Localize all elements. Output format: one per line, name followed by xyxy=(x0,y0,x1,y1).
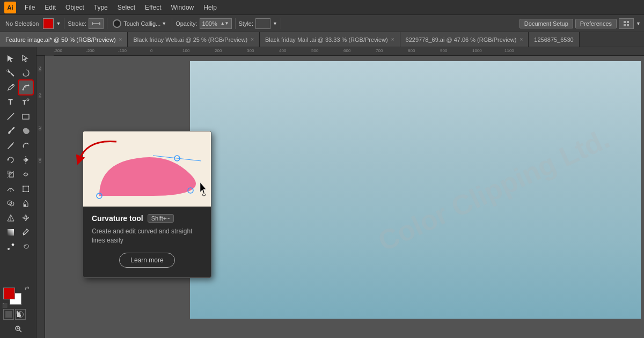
fill-swatch[interactable] xyxy=(43,18,54,29)
divider-1 xyxy=(64,18,64,29)
close-tab-1[interactable]: × xyxy=(119,36,122,42)
menu-type[interactable]: Type xyxy=(90,3,112,12)
divider-2 xyxy=(107,18,107,29)
foreground-color-swatch[interactable] xyxy=(3,288,15,299)
reflect-tool[interactable] xyxy=(19,153,33,167)
divider-4 xyxy=(235,18,236,29)
svg-rect-35 xyxy=(24,204,26,207)
illustrator-logo: Ai xyxy=(4,2,16,13)
learn-more-button[interactable]: Learn more xyxy=(119,253,174,268)
brush-icon xyxy=(113,19,121,28)
svg-marker-20 xyxy=(7,158,9,160)
canvas-content[interactable]: Color Clipping Ltd. xyxy=(45,56,644,338)
svg-rect-24 xyxy=(9,173,13,177)
menu-effect[interactable]: Effect xyxy=(141,3,165,12)
paintbrush-tool[interactable] xyxy=(4,124,18,138)
tabs-bar: Feature image.ai* @ 50 % (RGB/Preview) ×… xyxy=(0,32,644,47)
opacity-value[interactable]: 100% ▲▼ xyxy=(200,18,232,29)
swap-colors-icon[interactable]: ⇄ xyxy=(25,285,29,291)
style-picker[interactable] xyxy=(255,18,270,29)
fill-arrow[interactable]: ▼ xyxy=(56,21,61,26)
svg-rect-37 xyxy=(8,229,14,236)
close-tab-2[interactable]: × xyxy=(251,36,254,42)
menu-help[interactable]: Help xyxy=(199,3,221,12)
free-transform-tool[interactable] xyxy=(19,182,33,196)
svg-rect-29 xyxy=(23,186,24,187)
arrange-button[interactable] xyxy=(619,18,634,29)
tooltip-preview xyxy=(83,131,211,207)
vertical-ruler: 50 60 70 80 xyxy=(36,56,45,338)
perspective-grid-tool[interactable] xyxy=(4,211,18,225)
options-toolbar: No Selection ▼ Stroke: Touch Callig... ▼… xyxy=(0,15,644,32)
svg-rect-6 xyxy=(627,24,629,26)
blend-tool[interactable] xyxy=(4,240,18,254)
menu-select[interactable]: Select xyxy=(113,3,140,12)
tooltip-body: Curvature tool Shift+~ Create and edit c… xyxy=(83,207,211,277)
tab-1256875[interactable]: 1256875_6530 xyxy=(529,32,579,47)
zoom-tool[interactable] xyxy=(11,322,25,336)
tooltip-preview-svg xyxy=(83,131,211,207)
svg-text:T: T xyxy=(23,99,26,106)
menu-edit[interactable]: Edit xyxy=(40,3,60,12)
style-arrow[interactable]: ▼ xyxy=(273,21,277,26)
magic-wand-tool[interactable] xyxy=(4,66,18,80)
preferences-button[interactable]: Preferences xyxy=(575,19,617,28)
lasso-tool[interactable] xyxy=(19,66,33,80)
arrange-arrow[interactable]: ▼ xyxy=(636,21,641,26)
direct-selection-tool[interactable] xyxy=(19,52,33,65)
tooltip-title-row: Curvature tool Shift+~ xyxy=(92,214,202,223)
hand-tool[interactable] xyxy=(11,307,25,321)
selection-tool[interactable] xyxy=(4,52,18,65)
eyedropper-tool[interactable] xyxy=(19,225,33,239)
mesh-tool[interactable] xyxy=(19,211,33,225)
selection-indicator: No Selection xyxy=(3,19,41,28)
curvature-tool[interactable] xyxy=(19,80,33,94)
close-tab-4[interactable]: × xyxy=(519,36,523,42)
document-setup-button[interactable]: Document Setup xyxy=(519,19,573,28)
svg-rect-30 xyxy=(28,186,29,187)
menu-object[interactable]: Object xyxy=(61,3,89,12)
svg-marker-23 xyxy=(26,158,28,162)
opacity-stepper[interactable]: ▲▼ xyxy=(221,21,229,26)
tab-feature-image[interactable]: Feature image.ai* @ 50 % (RGB/Preview) × xyxy=(0,32,128,47)
tab-6229778[interactable]: 6229778_69.ai @ 47.06 % (RGB/Preview) × xyxy=(400,32,529,47)
menu-window[interactable]: Window xyxy=(167,3,199,12)
pencil-tool[interactable] xyxy=(4,138,18,152)
gradient-tool[interactable] xyxy=(4,225,18,239)
divider-5 xyxy=(281,18,281,29)
line-tool[interactable] xyxy=(4,109,18,123)
live-paint-tool[interactable] xyxy=(19,196,33,210)
opacity-label: Opacity: xyxy=(175,20,197,27)
svg-rect-5 xyxy=(624,24,626,26)
svg-marker-2 xyxy=(92,22,93,25)
svg-line-43 xyxy=(19,330,21,332)
width-tool[interactable] xyxy=(4,182,18,196)
warp-tool[interactable] xyxy=(19,167,33,181)
close-tab-3[interactable]: × xyxy=(391,36,394,42)
scale-tool[interactable] xyxy=(4,167,18,181)
type-tool[interactable]: T xyxy=(4,95,18,109)
rect-tool[interactable] xyxy=(19,109,33,123)
tab-black-friday-web[interactable]: Black friday Web.ai @ 25 % (RGB/Preview)… xyxy=(128,32,260,47)
svg-point-13 xyxy=(22,89,24,91)
tab-black-friday-mail[interactable]: Black friday Mail .ai @ 33.33 % (RGB/Pre… xyxy=(260,32,400,47)
svg-rect-41 xyxy=(17,311,18,314)
tools-panel: T T xyxy=(0,47,36,338)
stroke-weight[interactable] xyxy=(89,18,104,29)
svg-rect-31 xyxy=(23,191,24,192)
blob-brush-tool[interactable] xyxy=(19,124,33,138)
svg-line-26 xyxy=(8,171,14,178)
watermark-text: Color Clipping Ltd. xyxy=(373,122,614,258)
shaper-tool[interactable] xyxy=(19,138,33,152)
symbol-sprayer-tool[interactable] xyxy=(19,240,33,254)
tooltip-description: Create and edit curved and straight line… xyxy=(92,227,202,245)
artboard: Color Clipping Ltd. xyxy=(190,61,641,319)
brush-selector[interactable]: Touch Callig... ▼ xyxy=(111,18,169,29)
pen-tool[interactable] xyxy=(4,80,18,94)
menu-file[interactable]: File xyxy=(20,3,39,12)
shape-builder-tool[interactable] xyxy=(4,196,18,210)
rotate-tool[interactable] xyxy=(4,153,18,167)
svg-point-38 xyxy=(23,233,25,235)
touch-type-tool[interactable]: T xyxy=(19,95,33,109)
menubar: Ai File Edit Object Type Select Effect W… xyxy=(0,0,644,15)
